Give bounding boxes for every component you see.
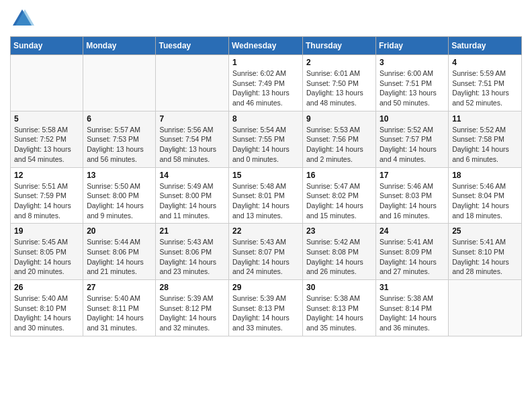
calendar-cell: 15Sunrise: 5:48 AM Sunset: 8:01 PM Dayli… <box>229 167 303 224</box>
day-number: 1 <box>232 58 299 67</box>
calendar-cell: 14Sunrise: 5:49 AM Sunset: 8:00 PM Dayli… <box>156 167 229 224</box>
calendar-cell: 6Sunrise: 5:57 AM Sunset: 7:53 PM Daylig… <box>83 111 156 167</box>
day-info: Sunrise: 5:47 AM Sunset: 8:02 PM Dayligh… <box>306 181 372 221</box>
day-number: 20 <box>87 226 152 236</box>
calendar-cell: 11Sunrise: 5:52 AM Sunset: 7:58 PM Dayli… <box>449 111 522 167</box>
day-info: Sunrise: 5:38 AM Sunset: 8:14 PM Dayligh… <box>380 293 445 333</box>
calendar-cell: 18Sunrise: 5:46 AM Sunset: 8:04 PM Dayli… <box>449 167 522 224</box>
day-info: Sunrise: 6:00 AM Sunset: 7:51 PM Dayligh… <box>380 68 445 108</box>
calendar-cell: 28Sunrise: 5:39 AM Sunset: 8:12 PM Dayli… <box>156 280 229 336</box>
day-number: 12 <box>14 171 79 180</box>
calendar-cell: 9Sunrise: 5:53 AM Sunset: 7:56 PM Daylig… <box>303 111 376 167</box>
calendar-week-row: 12Sunrise: 5:51 AM Sunset: 7:59 PM Dayli… <box>11 167 522 224</box>
calendar-cell: 26Sunrise: 5:40 AM Sunset: 8:10 PM Dayli… <box>11 280 83 336</box>
calendar-cell: 17Sunrise: 5:46 AM Sunset: 8:03 PM Dayli… <box>376 167 449 224</box>
page: SundayMondayTuesdayWednesdayThursdayFrid… <box>0 0 532 343</box>
day-number: 31 <box>380 283 445 292</box>
day-info: Sunrise: 5:43 AM Sunset: 8:07 PM Dayligh… <box>232 237 299 277</box>
calendar-cell: 23Sunrise: 5:42 AM Sunset: 8:08 PM Dayli… <box>303 224 376 280</box>
day-info: Sunrise: 6:01 AM Sunset: 7:50 PM Dayligh… <box>306 68 372 108</box>
calendar-cell: 19Sunrise: 5:45 AM Sunset: 8:05 PM Dayli… <box>11 224 83 280</box>
calendar-cell: 10Sunrise: 5:52 AM Sunset: 7:57 PM Dayli… <box>376 111 449 167</box>
calendar-cell: 1Sunrise: 6:02 AM Sunset: 7:49 PM Daylig… <box>229 55 303 111</box>
day-info: Sunrise: 5:49 AM Sunset: 8:00 PM Dayligh… <box>159 181 225 221</box>
day-number: 10 <box>380 114 445 124</box>
day-number: 22 <box>232 226 299 236</box>
day-info: Sunrise: 5:46 AM Sunset: 8:04 PM Dayligh… <box>452 181 518 221</box>
day-info: Sunrise: 5:41 AM Sunset: 8:10 PM Dayligh… <box>452 237 518 277</box>
calendar-cell: 3Sunrise: 6:00 AM Sunset: 7:51 PM Daylig… <box>376 55 449 111</box>
day-number: 8 <box>232 114 299 124</box>
calendar-week-row: 5Sunrise: 5:58 AM Sunset: 7:52 PM Daylig… <box>11 111 522 167</box>
header <box>10 7 522 31</box>
calendar-table: SundayMondayTuesdayWednesdayThursdayFrid… <box>10 36 522 336</box>
logo <box>10 7 37 31</box>
day-number: 30 <box>306 283 372 292</box>
calendar-cell: 31Sunrise: 5:38 AM Sunset: 8:14 PM Dayli… <box>376 280 449 336</box>
day-number: 4 <box>452 58 518 67</box>
logo-icon <box>10 7 34 31</box>
day-number: 23 <box>306 226 372 236</box>
calendar-cell: 2Sunrise: 6:01 AM Sunset: 7:50 PM Daylig… <box>303 55 376 111</box>
calendar-cell: 20Sunrise: 5:44 AM Sunset: 8:06 PM Dayli… <box>83 224 156 280</box>
calendar-cell: 25Sunrise: 5:41 AM Sunset: 8:10 PM Dayli… <box>449 224 522 280</box>
day-number: 25 <box>452 226 518 236</box>
calendar-cell: 27Sunrise: 5:40 AM Sunset: 8:11 PM Dayli… <box>83 280 156 336</box>
calendar-cell: 29Sunrise: 5:39 AM Sunset: 8:13 PM Dayli… <box>229 280 303 336</box>
calendar-cell: 30Sunrise: 5:38 AM Sunset: 8:13 PM Dayli… <box>303 280 376 336</box>
day-number: 28 <box>159 283 225 292</box>
day-info: Sunrise: 5:54 AM Sunset: 7:55 PM Dayligh… <box>232 125 299 165</box>
day-number: 14 <box>159 171 225 180</box>
day-info: Sunrise: 5:53 AM Sunset: 7:56 PM Dayligh… <box>306 125 372 165</box>
day-info: Sunrise: 5:48 AM Sunset: 8:01 PM Dayligh… <box>232 181 299 221</box>
day-number: 11 <box>452 114 518 124</box>
day-number: 26 <box>14 283 79 292</box>
day-number: 9 <box>306 114 372 124</box>
calendar-cell: 24Sunrise: 5:41 AM Sunset: 8:09 PM Dayli… <box>376 224 449 280</box>
calendar-cell: 8Sunrise: 5:54 AM Sunset: 7:55 PM Daylig… <box>229 111 303 167</box>
day-info: Sunrise: 5:50 AM Sunset: 8:00 PM Dayligh… <box>87 181 152 221</box>
calendar-week-row: 26Sunrise: 5:40 AM Sunset: 8:10 PM Dayli… <box>11 280 522 336</box>
calendar-cell <box>11 55 83 111</box>
day-number: 21 <box>159 226 225 236</box>
day-info: Sunrise: 5:44 AM Sunset: 8:06 PM Dayligh… <box>87 237 152 277</box>
calendar-cell <box>156 55 229 111</box>
day-number: 6 <box>87 114 152 124</box>
day-number: 29 <box>232 283 299 292</box>
day-number: 16 <box>306 171 372 180</box>
day-info: Sunrise: 5:39 AM Sunset: 8:13 PM Dayligh… <box>232 293 299 333</box>
weekday-header-cell: Monday <box>83 37 156 55</box>
calendar-cell: 7Sunrise: 5:56 AM Sunset: 7:54 PM Daylig… <box>156 111 229 167</box>
calendar-cell <box>449 280 522 336</box>
day-info: Sunrise: 6:02 AM Sunset: 7:49 PM Dayligh… <box>232 68 299 108</box>
weekday-header-row: SundayMondayTuesdayWednesdayThursdayFrid… <box>11 37 522 55</box>
calendar-cell: 13Sunrise: 5:50 AM Sunset: 8:00 PM Dayli… <box>83 167 156 224</box>
day-info: Sunrise: 5:45 AM Sunset: 8:05 PM Dayligh… <box>14 237 79 277</box>
day-number: 24 <box>380 226 445 236</box>
day-info: Sunrise: 5:43 AM Sunset: 8:06 PM Dayligh… <box>159 237 225 277</box>
day-info: Sunrise: 5:58 AM Sunset: 7:52 PM Dayligh… <box>14 125 79 165</box>
calendar-cell: 21Sunrise: 5:43 AM Sunset: 8:06 PM Dayli… <box>156 224 229 280</box>
calendar-cell: 5Sunrise: 5:58 AM Sunset: 7:52 PM Daylig… <box>11 111 83 167</box>
day-info: Sunrise: 5:46 AM Sunset: 8:03 PM Dayligh… <box>380 181 445 221</box>
calendar-week-row: 19Sunrise: 5:45 AM Sunset: 8:05 PM Dayli… <box>11 224 522 280</box>
day-info: Sunrise: 5:56 AM Sunset: 7:54 PM Dayligh… <box>159 125 225 165</box>
day-info: Sunrise: 5:40 AM Sunset: 8:10 PM Dayligh… <box>14 293 79 333</box>
day-info: Sunrise: 5:51 AM Sunset: 7:59 PM Dayligh… <box>14 181 79 221</box>
weekday-header-cell: Sunday <box>11 37 83 55</box>
day-info: Sunrise: 5:38 AM Sunset: 8:13 PM Dayligh… <box>306 293 372 333</box>
day-number: 17 <box>380 171 445 180</box>
day-number: 27 <box>87 283 152 292</box>
day-number: 3 <box>380 58 445 67</box>
day-info: Sunrise: 5:52 AM Sunset: 7:58 PM Dayligh… <box>452 125 518 165</box>
day-number: 15 <box>232 171 299 180</box>
calendar-cell: 4Sunrise: 5:59 AM Sunset: 7:51 PM Daylig… <box>449 55 522 111</box>
day-number: 19 <box>14 226 79 236</box>
day-info: Sunrise: 5:39 AM Sunset: 8:12 PM Dayligh… <box>159 293 225 333</box>
calendar-body: 1Sunrise: 6:02 AM Sunset: 7:49 PM Daylig… <box>11 55 522 336</box>
day-info: Sunrise: 5:42 AM Sunset: 8:08 PM Dayligh… <box>306 237 372 277</box>
weekday-header-cell: Saturday <box>449 37 522 55</box>
calendar-cell: 12Sunrise: 5:51 AM Sunset: 7:59 PM Dayli… <box>11 167 83 224</box>
day-number: 13 <box>87 171 152 180</box>
day-info: Sunrise: 5:40 AM Sunset: 8:11 PM Dayligh… <box>87 293 152 333</box>
